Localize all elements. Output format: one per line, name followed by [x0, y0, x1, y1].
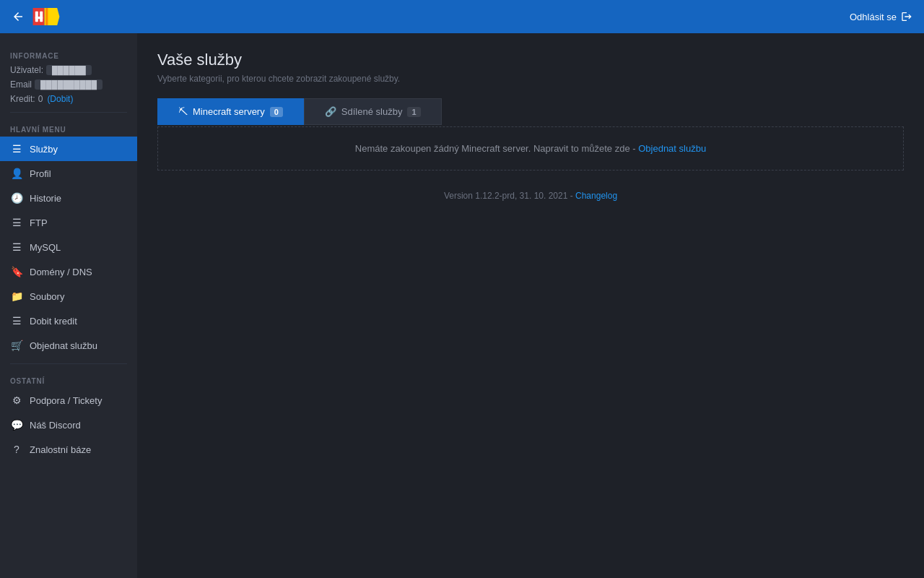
sidebar-item-mysql[interactable]: ☰ MySQL [0, 235, 137, 259]
email-label: Email [10, 79, 32, 90]
sidebar-item-domeny[interactable]: 🔖 Domény / DNS [0, 259, 137, 284]
historie-icon: 🕗 [10, 192, 23, 204]
logout-button[interactable]: Odhlásit se [850, 11, 912, 22]
shared-tab-badge: 1 [407, 107, 420, 117]
changelog-link[interactable]: Changelog [575, 191, 617, 201]
topbar-left [12, 6, 61, 27]
sidebar-divider-1 [10, 112, 127, 113]
version-line: Version 1.12.2-prd, 31. 10. 2021 - Chang… [157, 191, 904, 201]
sidebar-item-objednat[interactable]: 🛒 Objednat službu [0, 333, 137, 358]
page-title: Vaše služby [157, 51, 904, 69]
version-text: Version 1.12.2-prd, 31. 10. 2021 - [444, 191, 573, 201]
sidebar-item-label: Podpora / Tickety [30, 395, 102, 406]
back-button[interactable] [12, 10, 25, 23]
empty-state-box: Nemáte zakoupen žádný Minecraft server. … [157, 126, 904, 171]
sidebar-divider-2 [10, 363, 127, 364]
logout-label: Odhlásit se [850, 12, 897, 22]
section-other-label: OSTATNÍ [0, 370, 137, 388]
email-value: ██████████ [35, 79, 103, 90]
discord-icon: 💬 [10, 419, 23, 431]
minecraft-tab-label: Minecraft servery [193, 106, 265, 117]
podpora-icon: ⚙ [10, 394, 23, 406]
topbar: Odhlásit se [0, 0, 924, 33]
svg-rect-5 [40, 12, 43, 22]
sidebar-item-podpora[interactable]: ⚙ Podpora / Tickety [0, 388, 137, 413]
sidebar-item-label: Profil [30, 168, 51, 179]
section-main-label: HLAVNÍ MENU [0, 118, 137, 137]
tab-minecraft[interactable]: ⛏ Minecraft servery 0 [157, 98, 304, 125]
sidebar-item-label: MySQL [30, 242, 61, 253]
sidebar-item-profil[interactable]: 👤 Profil [0, 161, 137, 186]
credit-label: Kredit: [10, 94, 35, 104]
main-content: Vaše služby Vyberte kategorii, pro ktero… [137, 33, 924, 578]
sidebar-item-label: Objednat službu [30, 340, 97, 351]
sidebar-item-label: Soubory [30, 291, 64, 302]
sidebar-item-soubory[interactable]: 📁 Soubory [0, 284, 137, 309]
sidebar-item-label: Znalostní báze [30, 444, 91, 455]
znalostni-icon: ? [10, 444, 23, 455]
tab-shared[interactable]: 🔗 Sdílené služby 1 [304, 98, 442, 125]
layout: INFORMACE Uživatel: ██████ Email ███████… [0, 33, 924, 578]
sidebar-item-historie[interactable]: 🕗 Historie [0, 186, 137, 210]
credit-action-link[interactable]: (Dobit) [47, 94, 73, 104]
email-row: Email ██████████ [0, 77, 137, 92]
empty-text: Nemáte zakoupen žádný Minecraft server. … [355, 143, 636, 154]
dobit-icon: ☰ [10, 315, 23, 327]
domeny-icon: 🔖 [10, 266, 23, 277]
sidebar-item-sluzby[interactable]: ☰ Služby [0, 137, 137, 161]
minecraft-tab-badge: 0 [270, 107, 283, 117]
profil-icon: 👤 [10, 168, 23, 179]
sidebar-item-label: Služby [30, 144, 58, 155]
objednat-icon: 🛒 [10, 340, 23, 351]
sluzby-icon: ☰ [10, 143, 23, 155]
sidebar-item-znalostni[interactable]: ? Znalostní báze [0, 437, 137, 462]
minecraft-tab-icon: ⛏ [178, 106, 188, 117]
shared-tab-icon: 🔗 [325, 106, 336, 117]
credit-row: Kredit: 0 (Dobit) [0, 92, 137, 106]
sidebar-item-discord[interactable]: 💬 Náš Discord [0, 413, 137, 437]
sidebar-item-label: FTP [30, 217, 48, 228]
sidebar-item-label: Historie [30, 193, 61, 204]
ftp-icon: ☰ [10, 217, 23, 228]
section-info-label: INFORMACE [0, 45, 137, 63]
user-label: Uživatel: [10, 65, 43, 75]
sidebar-item-label: Domény / DNS [30, 267, 92, 277]
order-service-link[interactable]: Objednat službu [638, 143, 706, 154]
sidebar-item-label: Dobit kredit [30, 316, 77, 327]
tabs-row: ⛏ Minecraft servery 0 🔗 Sdílené služby 1 [157, 98, 904, 125]
username-value: ██████ [46, 65, 92, 75]
logo [32, 6, 61, 27]
page-subtitle: Vyberte kategorii, pro kterou chcete zob… [157, 74, 904, 84]
sidebar-item-label: Náš Discord [30, 420, 81, 431]
credit-value: 0 [38, 94, 43, 104]
user-row: Uživatel: ██████ [0, 63, 137, 77]
sidebar: INFORMACE Uživatel: ██████ Email ███████… [0, 33, 137, 578]
sidebar-item-ftp[interactable]: ☰ FTP [0, 210, 137, 235]
sidebar-item-dobit-kredit[interactable]: ☰ Dobit kredit [0, 309, 137, 333]
mysql-icon: ☰ [10, 241, 23, 253]
shared-tab-label: Sdílené služby [341, 106, 403, 117]
soubory-icon: 📁 [10, 290, 23, 302]
svg-marker-7 [48, 8, 59, 25]
